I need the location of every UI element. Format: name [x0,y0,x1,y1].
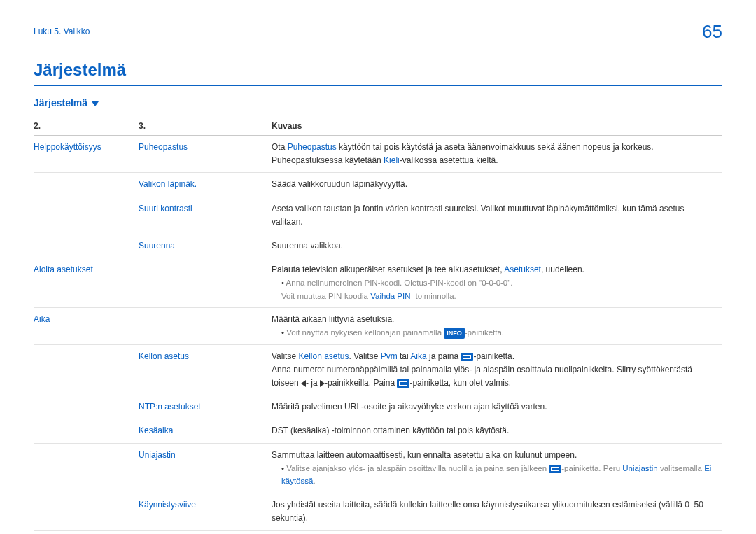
breadcrumb: Luku 5. Valikko [34,27,722,36]
note-line: Anna nelinumeroinen PIN-koodi. Oletus-PI… [281,276,717,302]
enter-button-icon [549,465,561,473]
enter-button-icon [461,353,473,361]
cell-desc: Jos yhdistät useita laitteita, säädä kul… [272,493,722,530]
cell-level3: Käynnistysviive [139,493,272,530]
col-header-desc: Kuvaus [272,117,722,136]
cell-desc: Palauta television alkuperäiset asetukse… [272,258,722,308]
title-rule [34,85,722,86]
cell-level3: Valikon läpinäk. [139,173,272,197]
cell-desc: Valitse Kellon asetus. Valitse Pvm tai A… [272,344,722,395]
col-header-2: 2. [34,117,139,136]
enter-button-icon [397,379,410,388]
cell-desc: Aseta valikon taustan ja fontin värien k… [272,197,722,234]
arrow-left-icon [301,380,306,387]
cell-desc: Määritä palvelimen URL-osoite ja aikavyö… [272,395,722,419]
cell-desc: Määritä aikaan liittyviä asetuksia. Voit… [272,308,722,345]
cell-desc: DST (kesäaika) -toiminnon ottaminen käyt… [272,419,722,443]
note-line: Voit näyttää nykyisen kellonajan painama… [281,326,717,339]
table-row: Suuri kontrasti Aseta valikon taustan ja… [34,197,722,234]
table-row: Helppokäyttöisyys Puheopastus Ota Puheop… [34,136,722,173]
cell-desc: Sammuttaa laitteen automaattisesti, kun … [272,443,722,493]
col-header-3: 3. [139,117,272,136]
cell-level3: Suurenna [139,234,272,258]
cell-level2: Helppokäyttöisyys [34,136,139,173]
cell-desc: Suurenna valikkoa. [272,234,722,258]
table-row: Kesäaika DST (kesäaika) -toiminnon ottam… [34,419,722,443]
cell-level3: Kellon asetus [139,344,272,395]
table-row: Aika Määritä aikaan liittyviä asetuksia.… [34,308,722,345]
cell-desc: Ota Puheopastus käyttöön tai pois käytös… [272,136,722,173]
table-row: Uniajastin Sammuttaa laitteen automaatti… [34,443,722,493]
section-label: Järjestelmä [34,97,88,108]
settings-table: 2. 3. Kuvaus Helppokäyttöisyys Puheopast… [34,117,722,534]
table-row: Valikon läpinäk. Säädä valikkoruudun läp… [34,173,722,197]
page-number: 65 [702,21,722,43]
chevron-down-icon [92,101,99,106]
table-row: Aloita asetukset Palauta television alku… [34,258,722,308]
table-row: NTP:n asetukset Määritä palvelimen URL-o… [34,395,722,419]
cell-level3: Puheopastus [139,136,272,173]
cell-level3: Uniajastin [139,443,272,493]
table-row: Käynnistysviive Jos yhdistät useita lait… [34,493,722,530]
cell-level3: Kesäaika [139,419,272,443]
cell-level3: NTP:n asetukset [139,395,272,419]
cell-desc: Kun näyttö käynnistetään Autom. lähteen … [272,530,722,534]
cell-level2: Aloita asetukset [34,258,139,308]
info-badge-icon: INFO [444,328,465,339]
cell-desc: Säädä valikkoruudun läpinäkyvyyttä. [272,173,722,197]
page-title: Järjestelmä [34,60,722,80]
table-row: Suurenna Suurenna valikkoa. [34,234,722,258]
arrow-right-icon [320,380,325,387]
note-line: Valitse ajanjakso ylös- ja alaspäin osoi… [281,462,717,488]
cell-level3: Suuri kontrasti [139,197,272,234]
table-row: Autom. lähteen vaihto Kun näyttö käynnis… [34,530,722,534]
table-row: Kellon asetus Valitse Kellon asetus. Val… [34,344,722,395]
section-header: Järjestelmä [34,97,722,108]
cell-level2: Aika [34,308,139,345]
cell-level2: Autom. lähteen vaihto [34,530,139,534]
